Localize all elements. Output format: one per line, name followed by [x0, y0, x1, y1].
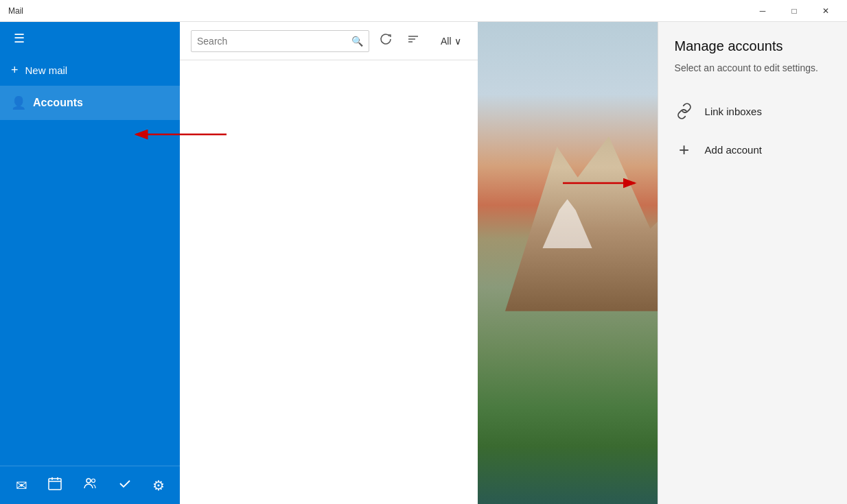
accounts-item[interactable]: 👤 Accounts — [0, 86, 180, 120]
content-area: 🔍 — [180, 22, 478, 504]
add-account-icon: + — [675, 139, 694, 160]
close-button[interactable]: ✕ — [810, 0, 842, 22]
new-mail-button[interactable]: + New mail — [0, 55, 180, 86]
new-mail-label: New mail — [25, 64, 68, 76]
settings-nav-button[interactable]: ⚙ — [147, 472, 170, 499]
mail-nav-button[interactable]: ✉ — [10, 472, 33, 499]
person-icon: 👤 — [11, 95, 26, 110]
tasks-nav-button[interactable] — [112, 470, 138, 500]
titlebar: Mail ─ □ ✕ — [0, 0, 847, 22]
filter-button[interactable] — [402, 28, 424, 53]
search-icon: 🔍 — [351, 36, 363, 47]
calendar-icon — [47, 476, 62, 494]
link-inboxes-icon — [675, 102, 694, 120]
refresh-icon — [379, 32, 393, 49]
add-account-item[interactable]: + Add account — [675, 130, 847, 170]
hamburger-button[interactable]: ☰ — [11, 28, 27, 49]
manage-subtitle: Select an account to edit settings. — [675, 62, 847, 73]
add-account-label: Add account — [705, 144, 762, 156]
manage-title: Manage accounts — [675, 38, 847, 54]
accounts-label: Accounts — [33, 97, 83, 109]
all-dropdown[interactable]: All ∨ — [435, 33, 467, 49]
toolbar: 🔍 — [180, 22, 478, 60]
sidebar-bottom: ✉ — [0, 466, 180, 504]
check-icon — [117, 476, 132, 494]
gear-icon: ⚙ — [152, 477, 165, 494]
refresh-button[interactable] — [375, 28, 397, 53]
manage-panel: Manage accounts Select an account to edi… — [658, 22, 847, 504]
sidebar-top: ☰ — [0, 22, 180, 55]
minimize-button[interactable]: ─ — [747, 0, 778, 22]
app-title: Mail — [5, 6, 23, 16]
plus-icon: + — [11, 63, 19, 77]
svg-point-5 — [91, 479, 95, 483]
search-input[interactable] — [197, 36, 351, 47]
filter-icon — [406, 32, 420, 49]
link-inboxes-item[interactable]: Link inboxes — [675, 93, 847, 130]
mail-icon: ✉ — [16, 477, 27, 494]
all-label: All — [441, 36, 452, 47]
svg-point-4 — [86, 479, 91, 483]
sidebar: ☰ + New mail 👤 Accounts ✉ — [0, 22, 180, 504]
main-layout: ☰ + New mail 👤 Accounts ✉ — [0, 22, 847, 504]
search-box[interactable]: 🔍 — [191, 30, 369, 52]
maximize-button[interactable]: □ — [778, 0, 810, 22]
sidebar-spacer — [0, 120, 180, 466]
people-icon — [82, 476, 97, 494]
chevron-down-icon: ∨ — [454, 36, 461, 47]
calendar-nav-button[interactable] — [42, 470, 68, 500]
svg-rect-0 — [49, 479, 61, 490]
people-nav-button[interactable] — [77, 470, 103, 500]
link-inboxes-label: Link inboxes — [705, 106, 762, 117]
window-controls: ─ □ ✕ — [747, 0, 842, 22]
email-list — [180, 60, 478, 504]
photo-pane — [478, 22, 658, 504]
